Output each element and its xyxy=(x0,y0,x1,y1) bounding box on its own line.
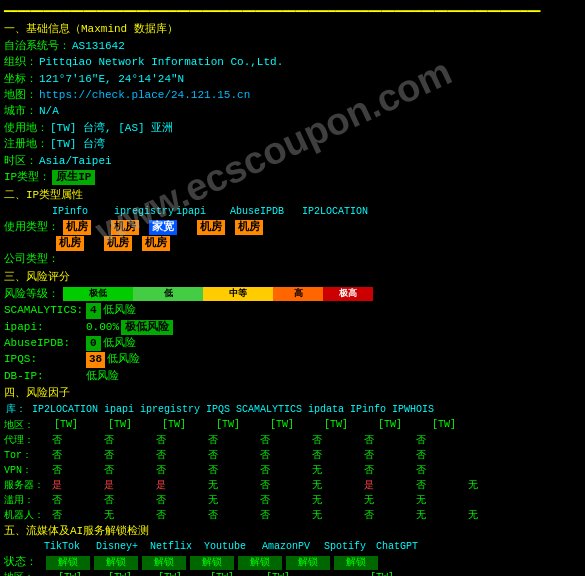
use-row: 使用地： [TW] 台湾, [AS] 亚洲 xyxy=(4,121,581,136)
section1-title: 一、基础信息（Maxmind 数据库） xyxy=(4,22,581,37)
proxy-row: 代理： 否 否 否 否 否 否 否 否 xyxy=(4,433,581,447)
abuse-row: AbuseIPDB: 0 低风险 xyxy=(4,336,581,351)
risk-level-row: 风险等级： 极低 低 中等 高 极高 xyxy=(4,286,581,302)
dbip-row: DB-IP: 低风险 xyxy=(4,369,581,384)
ip-type-row: IP类型： 原生IP xyxy=(4,170,581,185)
media-status-row: 状态： 解锁 解锁 解锁 解锁 解锁 解锁 解锁 xyxy=(4,555,581,570)
reg-row: 注册地： [TW] 台湾 xyxy=(4,137,581,152)
db-header-row: IPinfo ipregistry ipapi AbuseIPDB IP2LOC… xyxy=(52,205,581,219)
use-type-row2: 机房 机房 机房 xyxy=(4,236,581,251)
ipqs-row: IPQS: 38 低风险 xyxy=(4,352,581,367)
risk-bar: 极低 低 中等 高 极高 xyxy=(63,286,373,302)
section4-title: 四、风险因子 xyxy=(4,386,581,401)
bot-row: 机器人： 否 无 否 否 否 无 否 无 无 xyxy=(4,508,581,522)
tz-row: 时区： Asia/Taipei xyxy=(4,154,581,169)
map-row: 地图： https://check.place/24.121.15.cn xyxy=(4,88,581,103)
company-type-row: 公司类型： xyxy=(4,252,581,267)
section2-title: 二、IP类型属性 xyxy=(4,188,581,203)
city-row: 城市： N/A xyxy=(4,104,581,119)
risk-factor-note: 库： IP2LOCATION ipapi ipregistry IPQS SCA… xyxy=(4,403,581,417)
coord-row: 坐标： 121°7′16″E, 24°14′24″N xyxy=(4,72,581,87)
section5-title: 五、流媒体及AI服务解锁检测 xyxy=(4,524,581,539)
vpn-row: VPN： 否 否 否 否 否 无 否 否 xyxy=(4,463,581,477)
media-header-row: TikTok Disney+ Netflix Youtube AmazonPV … xyxy=(44,540,581,554)
abuse-factor-row: 滥用： 否 否 否 无 否 无 无 无 xyxy=(4,493,581,507)
asn-row: 自治系统号： AS131642 xyxy=(4,39,581,54)
section3-title: 三、风险评分 xyxy=(4,270,581,285)
use-type-row: 使用类型： 机房 机房 家宽 机房 机房 xyxy=(4,220,581,235)
divider-top: ━━━━━━━━━━━━━━━━━━━━━━━━━━━━━━━━━━━━━━━━… xyxy=(4,5,581,20)
region-row: 地区： [TW] [TW] [TW] [TW] [TW] [TW] [TW] [… xyxy=(4,418,581,432)
media-region-row: 地区： [TW] [TW] [TW] [TW] [TW] [TW] xyxy=(4,571,581,576)
ipapi-row: ipapi: 0.00% 极低风险 xyxy=(4,320,581,335)
tor-row: Tor： 否 否 否 否 否 否 否 否 xyxy=(4,448,581,462)
org-row: 组织： Pittqiao Network Information Co.,Ltd… xyxy=(4,55,581,70)
scam-row: SCAMALYTICS: 4 低风险 xyxy=(4,303,581,318)
server-row: 服务器： 是 是 是 无 否 无 是 否 无 xyxy=(4,478,581,492)
